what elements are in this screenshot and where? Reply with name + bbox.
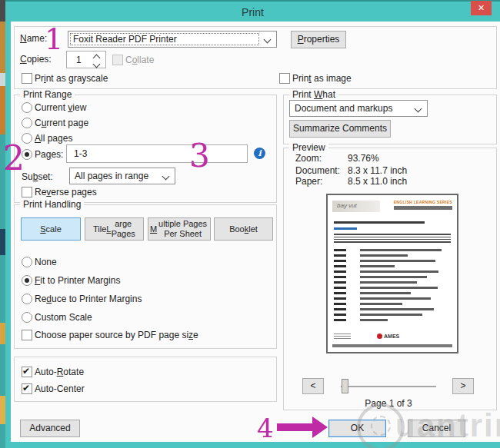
print-range-title: Print Range — [20, 89, 75, 100]
thumbnail-footer: AMES — [332, 334, 452, 347]
thumbnail-dialogue-row — [334, 276, 451, 281]
paper-size-value: 8.5 x 11.0 inch — [348, 177, 407, 187]
thumbnail-dialogue-row — [334, 254, 451, 260]
tab-scale[interactable]: Scale — [21, 217, 81, 241]
series-bar — [394, 206, 452, 210]
watermark-text: uantrimang — [395, 407, 500, 444]
fit-to-margins-label: Fit to Printer Margins — [35, 276, 120, 286]
subset-dropdown[interactable]: All pages in range — [69, 168, 175, 184]
info-icon[interactable]: i — [254, 148, 265, 159]
tab-booklet[interactable]: Booklet — [214, 217, 273, 241]
thumbnail-dialogue-row — [334, 287, 451, 292]
custom-scale-radio[interactable] — [22, 312, 32, 323]
chevron-down-icon — [415, 105, 422, 113]
zoom-value: 93.76% — [348, 154, 379, 164]
ames-logo: AMES — [377, 334, 399, 339]
preview-title: Preview — [289, 142, 328, 153]
next-page-button[interactable]: > — [452, 378, 474, 394]
thumbnail-dialogue-row — [334, 303, 451, 308]
document-size-value: 8.3 x 11.7 inch — [348, 166, 407, 176]
chevron-down-icon — [162, 173, 170, 181]
subset-label: Subset: — [22, 172, 53, 182]
screenshot-root: Print ✕ Name: Foxit Reader PDF Printer P… — [0, 0, 500, 448]
auto-rotate-checkbox[interactable] — [22, 367, 32, 377]
titlebar[interactable]: Print — [5, 0, 500, 23]
thumbnail-dialogue-row — [334, 292, 451, 297]
thumbnail-paragraph — [334, 234, 451, 244]
close-button[interactable]: ✕ — [471, 1, 492, 15]
window-left-border — [5, 22, 11, 448]
current-view-label: Current view — [35, 103, 86, 113]
custom-scale-label: Custom Scale — [35, 313, 92, 323]
printer-name-dropdown[interactable]: Foxit Reader PDF Printer — [68, 31, 277, 48]
reduce-to-margins-label: Reduce to Printer Margins — [35, 294, 142, 304]
auto-center-checkbox[interactable] — [22, 383, 32, 394]
thumbnail-dialogue-row — [334, 265, 451, 270]
print-what-dropdown[interactable]: Document and markups — [289, 100, 428, 117]
all-pages-label: All pages — [35, 134, 72, 144]
abc-logo — [334, 334, 351, 340]
reverse-pages-checkbox[interactable] — [22, 187, 32, 197]
print-what-value: Document and markups — [295, 103, 392, 114]
info-glyph: i — [258, 148, 261, 158]
zoom-label: Zoom: — [295, 154, 322, 164]
thumbnail-link-line — [334, 227, 357, 230]
scale-none-radio[interactable] — [22, 257, 32, 267]
background-page-strip — [0, 0, 5, 448]
current-page-label: Current page — [35, 118, 88, 128]
annotation-arrow-icon — [312, 416, 328, 438]
auto-options-group — [14, 357, 277, 402]
fit-to-margins-radio[interactable] — [22, 275, 32, 286]
collate-label: Collate — [125, 55, 154, 65]
annotation-arrow-tail — [277, 423, 314, 431]
paper-size-label: Paper: — [295, 177, 322, 187]
scale-none-label: None — [35, 257, 57, 267]
annotation-step-3: 3 — [189, 140, 210, 172]
properties-button[interactable]: Properties — [291, 31, 346, 48]
annotation-step-2: 2 — [3, 141, 25, 175]
grayscale-checkbox[interactable] — [22, 73, 32, 84]
copies-stepper[interactable]: 1 — [66, 51, 106, 68]
print-what-title: Print What — [289, 89, 338, 100]
auto-rotate-label: Auto-Rotate — [35, 367, 84, 377]
close-icon: ✕ — [478, 4, 485, 12]
preview-thumbnail: bay vut ENGLISH LEARNING SERIES AMES — [326, 194, 458, 353]
auto-center-label: Auto-Center — [35, 384, 85, 394]
pages-value: 1-3 — [74, 148, 87, 159]
chevron-down-icon[interactable] — [93, 61, 101, 68]
summarize-comments-button[interactable]: Summarize Comments — [289, 120, 391, 138]
printer-name-value: Foxit Reader PDF Printer — [73, 34, 177, 45]
thumbnail-dialogue-row — [334, 281, 451, 287]
thumbnail-dialogue-row — [334, 249, 451, 254]
prev-page-button[interactable]: < — [302, 378, 324, 394]
series-title: ENGLISH LEARNING SERIES — [394, 200, 452, 204]
tab-multiple-pages-per-sheet[interactable]: Multiple Pages Per Sheet — [148, 217, 211, 241]
window-title: Print — [5, 6, 500, 18]
tab-tile-large-pages[interactable]: Tile Large Pages — [85, 217, 144, 241]
annotation-step-4: 4 — [257, 415, 274, 441]
print-as-image-label: Print as image — [292, 74, 352, 84]
current-page-radio[interactable] — [22, 118, 32, 128]
page-slider-track[interactable] — [341, 386, 436, 387]
thumbnail-dialogue-row — [334, 270, 451, 276]
page-slider-handle[interactable] — [342, 379, 348, 393]
reverse-pages-label: Reverse pages — [35, 187, 97, 197]
print-as-image-checkbox[interactable] — [279, 73, 290, 84]
advanced-button[interactable]: Advanced — [20, 420, 80, 437]
print-handling-title: Print Handling — [20, 199, 84, 210]
paper-source-checkbox[interactable] — [22, 330, 32, 340]
bayvut-logo: bay vut — [332, 201, 380, 212]
thumbnail-header: bay vut ENGLISH LEARNING SERIES — [332, 200, 452, 214]
document-size-label: Document: — [295, 166, 340, 176]
collate-checkbox[interactable] — [112, 55, 123, 65]
grayscale-label: Print as grayscale — [35, 74, 108, 84]
pages-label: Pages: — [35, 150, 63, 160]
reduce-to-margins-radio[interactable] — [22, 294, 32, 304]
pages-input[interactable]: 1-3 — [66, 144, 248, 163]
copies-value: 1 — [76, 55, 82, 65]
thumbnail-dialogue-row — [334, 314, 451, 319]
preview-thumbnail-dialogue — [334, 249, 451, 326]
current-view-radio[interactable] — [22, 102, 32, 113]
footer-bar — [332, 344, 452, 347]
thumbnail-dialogue-row — [334, 319, 451, 324]
